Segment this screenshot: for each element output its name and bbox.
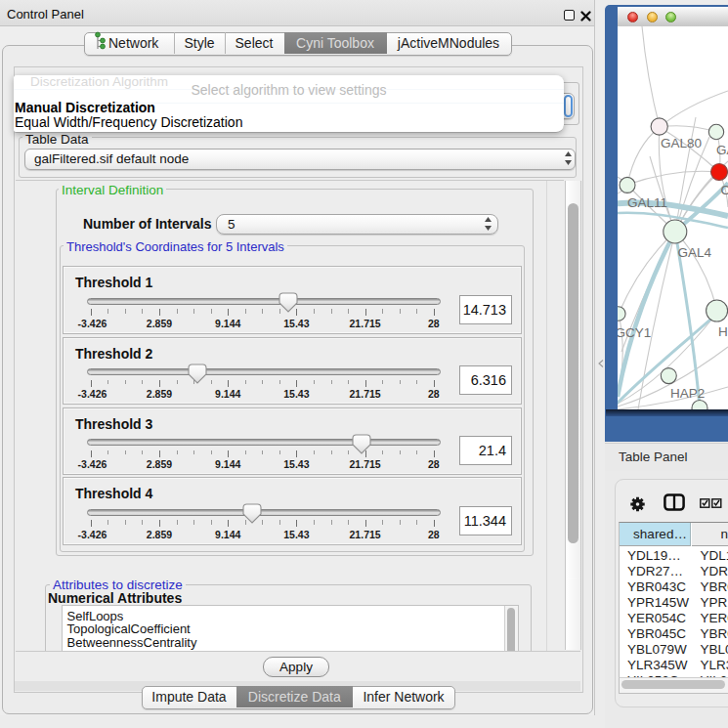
svg-text:GAL11: GAL11: [627, 195, 667, 210]
svg-text:HAP2: HAP2: [670, 386, 705, 401]
svg-text:C: C: [721, 183, 728, 197]
svg-text:GAL4: GAL4: [678, 245, 712, 260]
svg-text:GCY1: GCY1: [618, 325, 651, 340]
svg-text:GA: GA: [716, 143, 728, 157]
svg-text:GAL80: GAL80: [661, 136, 702, 150]
svg-text:H: H: [718, 324, 728, 339]
